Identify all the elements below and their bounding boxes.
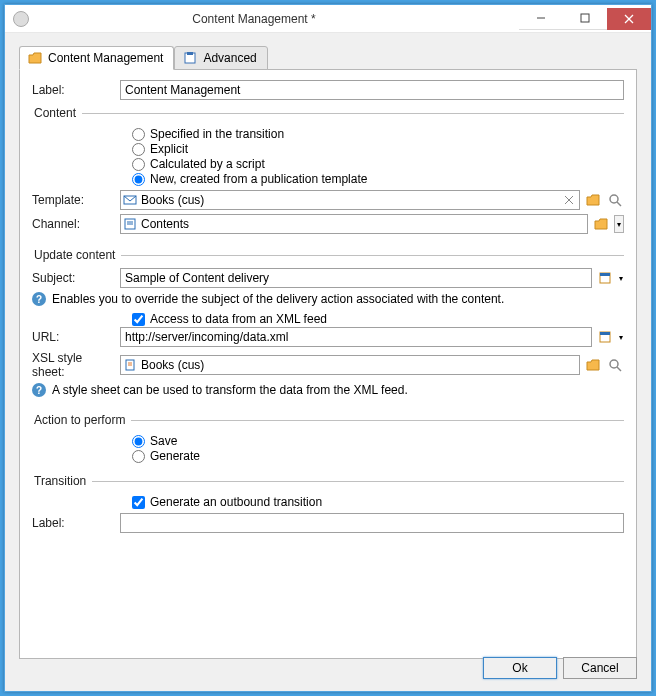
radio-new-label: New, created from a publication template bbox=[150, 172, 367, 186]
xml-feed-label: Access to data from an XML feed bbox=[150, 312, 327, 326]
svg-rect-5 bbox=[187, 52, 193, 55]
subject-label: Subject: bbox=[32, 271, 116, 285]
svg-line-10 bbox=[617, 202, 621, 206]
svg-rect-15 bbox=[600, 273, 610, 276]
cancel-button[interactable]: Cancel bbox=[563, 657, 637, 679]
radio-specified[interactable] bbox=[132, 128, 145, 141]
svg-point-21 bbox=[610, 360, 618, 368]
dropdown-arrow-icon[interactable]: ▾ bbox=[618, 333, 624, 342]
folder-icon bbox=[28, 52, 42, 64]
svg-line-22 bbox=[617, 367, 621, 371]
expression-icon[interactable] bbox=[596, 327, 614, 347]
search-icon[interactable] bbox=[606, 355, 624, 375]
content-group: Content Specified in the transition Expl… bbox=[32, 106, 624, 242]
close-button[interactable] bbox=[607, 8, 651, 30]
tab-advanced[interactable]: Advanced bbox=[174, 46, 267, 70]
tab-strip: Content Management Advanced bbox=[19, 45, 637, 69]
template-field[interactable] bbox=[120, 190, 580, 210]
tab-label: Advanced bbox=[203, 51, 256, 65]
transition-label-input[interactable] bbox=[120, 513, 624, 533]
xsl-label: XSL style sheet: bbox=[32, 351, 116, 379]
url-input[interactable] bbox=[120, 327, 592, 347]
file-icon bbox=[121, 359, 139, 371]
svg-rect-17 bbox=[600, 332, 610, 335]
clear-icon[interactable] bbox=[561, 192, 577, 208]
label-input[interactable] bbox=[120, 80, 624, 100]
tab-label: Content Management bbox=[48, 51, 163, 65]
dropdown-arrow-icon[interactable]: ▾ bbox=[618, 274, 624, 283]
dialog-window: Content Management * Content Management bbox=[4, 4, 652, 692]
envelope-icon bbox=[121, 194, 139, 206]
tab-content-management[interactable]: Content Management bbox=[19, 46, 174, 70]
ok-button[interactable]: Ok bbox=[483, 657, 557, 679]
folder-open-icon[interactable] bbox=[584, 355, 602, 375]
search-icon[interactable] bbox=[606, 190, 624, 210]
content-legend: Content bbox=[32, 106, 82, 120]
channel-field[interactable] bbox=[120, 214, 588, 234]
radio-save[interactable] bbox=[132, 435, 145, 448]
transition-group: Transition Generate an outbound transiti… bbox=[32, 474, 624, 541]
radio-calculated[interactable] bbox=[132, 158, 145, 171]
clipboard-icon bbox=[183, 52, 197, 64]
transition-label-label: Label: bbox=[32, 516, 116, 530]
dialog-buttons: Ok Cancel bbox=[483, 657, 637, 679]
minimize-button[interactable] bbox=[519, 8, 563, 30]
radio-explicit-label: Explicit bbox=[150, 142, 188, 156]
radio-save-label: Save bbox=[150, 434, 177, 448]
radio-calculated-label: Calculated by a script bbox=[150, 157, 265, 171]
svg-point-9 bbox=[610, 195, 618, 203]
title-bar: Content Management * bbox=[5, 5, 651, 33]
radio-generate[interactable] bbox=[132, 450, 145, 463]
help-icon: ? bbox=[32, 292, 46, 306]
expression-icon[interactable] bbox=[596, 268, 614, 288]
outbound-checkbox[interactable] bbox=[132, 496, 145, 509]
folder-open-icon[interactable] bbox=[584, 190, 602, 210]
subject-input[interactable] bbox=[120, 268, 592, 288]
svg-rect-1 bbox=[581, 14, 589, 22]
action-legend: Action to perform bbox=[32, 413, 131, 427]
xml-feed-checkbox[interactable] bbox=[132, 313, 145, 326]
xsl-input[interactable] bbox=[139, 356, 579, 374]
action-group: Action to perform Save Generate bbox=[32, 413, 624, 468]
help-icon: ? bbox=[32, 383, 46, 397]
client-area: Content Management Advanced Label: Conte… bbox=[5, 33, 651, 691]
xsl-hint: A style sheet can be used to transform t… bbox=[52, 383, 408, 397]
tab-panel: Label: Content Specified in the transiti… bbox=[19, 69, 637, 659]
outbound-label: Generate an outbound transition bbox=[150, 495, 322, 509]
label-label: Label: bbox=[32, 83, 116, 97]
subject-hint: Enables you to override the subject of t… bbox=[52, 292, 504, 306]
channel-input[interactable] bbox=[139, 215, 587, 233]
update-content-group: Update content Subject: ▾ ? Enables you … bbox=[32, 248, 624, 407]
url-label: URL: bbox=[32, 330, 116, 344]
radio-specified-label: Specified in the transition bbox=[150, 127, 284, 141]
chevron-down-icon[interactable]: ▾ bbox=[614, 215, 624, 233]
radio-generate-label: Generate bbox=[150, 449, 200, 463]
radio-new[interactable] bbox=[132, 173, 145, 186]
folder-open-icon[interactable] bbox=[592, 214, 610, 234]
window-title: Content Management * bbox=[0, 12, 519, 26]
update-content-legend: Update content bbox=[32, 248, 121, 262]
xsl-field[interactable] bbox=[120, 355, 580, 375]
template-label: Template: bbox=[32, 193, 116, 207]
page-icon bbox=[121, 218, 139, 230]
transition-legend: Transition bbox=[32, 474, 92, 488]
maximize-button[interactable] bbox=[563, 8, 607, 30]
radio-explicit[interactable] bbox=[132, 143, 145, 156]
template-input[interactable] bbox=[139, 191, 561, 209]
channel-label: Channel: bbox=[32, 217, 116, 231]
